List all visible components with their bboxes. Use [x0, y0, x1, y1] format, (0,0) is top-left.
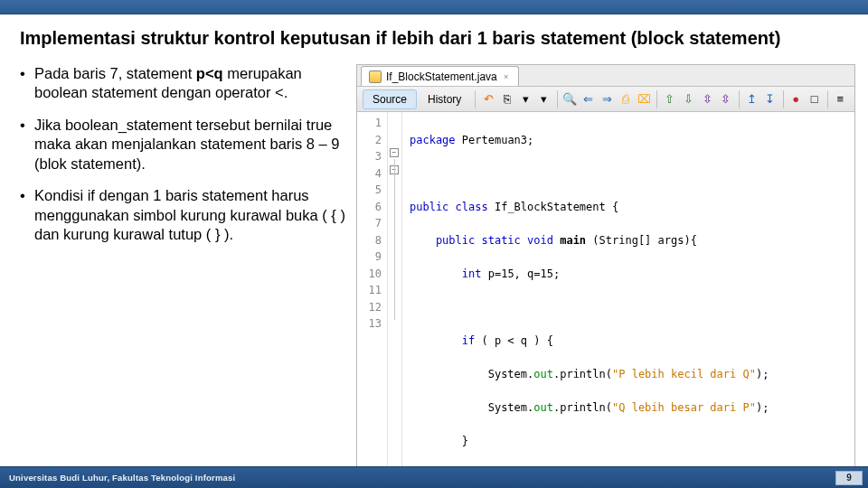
editor-tab[interactable]: If_BlockStatement.java × [361, 66, 519, 86]
list-item: Kondisi if dengan 1 baris statement haru… [20, 186, 347, 244]
fold-gutter: − − [388, 112, 402, 488]
editor-body: 1 2 3 4 5 6 7 8 9 10 11 12 13 − − packag… [357, 112, 854, 488]
dropdown-icon[interactable]: ▾ [516, 89, 534, 109]
shift-up-icon[interactable]: ↥ [742, 89, 760, 109]
editor-toolbar: Source History ↶ ⎘ ▾ ▾ 🔍 ⇐ ⇒ ⎙ ⌧ ⇧ ⇩ ⇳ ⇳… [357, 87, 854, 112]
line-number: 12 [359, 299, 382, 316]
line-number: 4 [359, 165, 382, 183]
code-area[interactable]: package Pertemuan3; public class If_Bloc… [402, 112, 776, 488]
source-button[interactable]: Source [363, 89, 417, 109]
line-number: 1 [359, 115, 382, 132]
nav-down-icon[interactable]: ⇩ [680, 89, 698, 109]
clipboard-icon[interactable]: ⎘ [498, 89, 516, 109]
title-area: Implementasi struktur kontrol keputusan … [0, 14, 868, 59]
separator [475, 90, 476, 108]
separator [739, 90, 740, 108]
fold-line [394, 159, 395, 320]
record-icon[interactable]: ● [787, 89, 805, 109]
close-icon[interactable]: × [502, 72, 511, 81]
slide-footer: Universitas Budi Luhur, Fakultas Teknolo… [0, 466, 868, 488]
nav-icon[interactable]: ⇳ [698, 89, 716, 109]
page-number: 9 [835, 471, 863, 485]
line-number: 9 [359, 249, 382, 266]
shift-down-icon[interactable]: ↧ [761, 89, 779, 109]
nav-up-icon[interactable]: ⇧ [661, 89, 679, 109]
fold-toggle-icon[interactable]: − [390, 148, 399, 157]
line-gutter: 1 2 3 4 5 6 7 8 9 10 11 12 13 [357, 112, 388, 488]
footer-text: Universitas Budi Luhur, Fakultas Teknolo… [9, 473, 235, 483]
slide-title: Implementasi struktur kontrol keputusan … [20, 27, 848, 50]
list-item: Jika boolean_statement tersebut bernilai… [20, 116, 347, 174]
separator [827, 90, 828, 108]
menu-icon[interactable]: ≡ [831, 89, 849, 109]
slide-topbar [0, 0, 868, 14]
bullet-list: Pada baris 7, statement p<q merupakan bo… [20, 64, 347, 488]
list-item: Pada baris 7, statement p<q merupakan bo… [20, 64, 347, 103]
line-number: 10 [359, 266, 382, 283]
mark-icon[interactable]: ⌧ [636, 89, 654, 109]
content-row: Pada baris 7, statement p<q merupakan bo… [0, 59, 868, 488]
line-number: 2 [359, 132, 382, 149]
line-number: 6 [359, 199, 382, 216]
dropdown-icon[interactable]: ▾ [535, 89, 553, 109]
prev-icon[interactable]: ⇐ [580, 89, 598, 109]
search-icon[interactable]: 🔍 [561, 89, 579, 109]
undo-icon[interactable]: ↶ [479, 89, 497, 109]
line-number: 7 [359, 215, 382, 232]
line-number: 13 [359, 315, 382, 333]
next-icon[interactable]: ⇒ [599, 89, 617, 109]
stop-icon[interactable]: □ [806, 89, 824, 109]
highlight-icon[interactable]: ⎙ [617, 89, 635, 109]
separator [656, 90, 657, 108]
history-button[interactable]: History [418, 89, 471, 109]
line-number: 11 [359, 282, 382, 299]
separator [783, 90, 784, 108]
tab-filename: If_BlockStatement.java [386, 70, 497, 83]
code-editor: If_BlockStatement.java × Source History … [356, 64, 855, 488]
line-number: 8 [359, 232, 382, 249]
separator [557, 90, 558, 108]
editor-tabbar: If_BlockStatement.java × [357, 65, 854, 87]
java-file-icon [369, 70, 382, 83]
line-number: 5 [359, 182, 382, 199]
nav-icon[interactable]: ⇳ [717, 89, 735, 109]
line-number: 3 [359, 148, 382, 165]
